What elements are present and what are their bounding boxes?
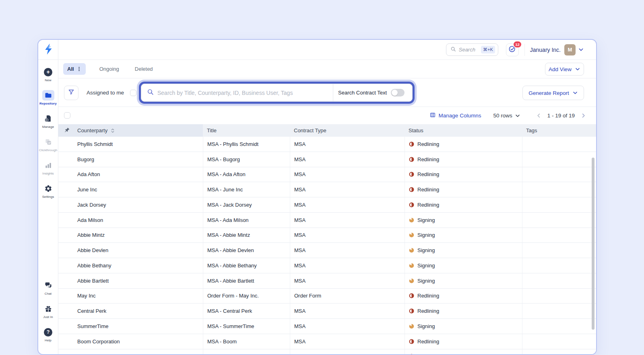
add-view-button[interactable]: Add View bbox=[545, 63, 584, 76]
sidebar-item-just-in[interactable]: Just In bbox=[38, 300, 58, 323]
app-logo[interactable] bbox=[38, 40, 58, 60]
sort-icon[interactable] bbox=[110, 128, 116, 133]
pin-column-header[interactable] bbox=[58, 124, 75, 137]
generate-report-button[interactable]: Generate Report bbox=[522, 86, 584, 100]
table-row[interactable]: Ada SchidorMSA - Ada SchidorMSARedlining bbox=[58, 349, 596, 355]
vertical-scrollbar[interactable] bbox=[592, 158, 594, 330]
sidebar-item-manage[interactable]: Manage bbox=[38, 109, 58, 133]
page-previous-button[interactable] bbox=[536, 113, 542, 119]
select-all-checkbox[interactable] bbox=[64, 112, 70, 119]
cell-title: MSA - Abbie Bartlett bbox=[203, 273, 290, 288]
tab-deleted[interactable]: Deleted bbox=[131, 63, 157, 75]
app-window: +NewRepositoryManageClickthroughInsights… bbox=[37, 39, 597, 355]
cell-pin bbox=[58, 289, 75, 304]
column-header-contract-type[interactable]: Contract Type bbox=[290, 124, 405, 137]
table-row[interactable]: Abbie BartlettMSA - Abbie BartlettMSASig… bbox=[58, 273, 596, 289]
status-label: Signing bbox=[417, 232, 435, 238]
generate-report-label: Generate Report bbox=[528, 90, 569, 96]
column-header-counterparty[interactable]: Counterparty bbox=[75, 124, 203, 137]
redlining-status-icon bbox=[409, 187, 414, 192]
table-row[interactable]: Jack DorseyMSA - Jack DorseyMSARedlining bbox=[58, 197, 596, 213]
table-row[interactable]: Abbie MintzMSA - Abbie MintzMSASigning bbox=[58, 228, 596, 243]
sidebar-item-chat[interactable]: Chat bbox=[38, 276, 58, 300]
contract-search-input[interactable] bbox=[157, 90, 333, 96]
table-row[interactable]: Abbie BethanyMSA - Abbie BethanyMSASigni… bbox=[58, 258, 596, 273]
cell-tags bbox=[522, 289, 596, 304]
cell-title: MSA - Bugorg bbox=[203, 152, 290, 167]
sidebar-item-repository[interactable]: Repository bbox=[38, 86, 58, 109]
table-controls: Manage Columns 50 rows 1 - 19 of 19 bbox=[58, 107, 596, 124]
cell-pin bbox=[58, 243, 75, 258]
kebab-menu-icon[interactable] bbox=[76, 66, 82, 72]
cell-contract-type: MSA bbox=[290, 319, 405, 334]
tab-label: All bbox=[67, 66, 74, 72]
column-header-tags[interactable]: Tags bbox=[522, 124, 596, 137]
status-label: Redlining bbox=[417, 171, 439, 177]
account-chevron-down-icon[interactable] bbox=[578, 47, 584, 53]
column-header-status[interactable]: Status bbox=[405, 124, 522, 137]
redlining-status-icon bbox=[409, 293, 414, 298]
table-row[interactable]: Abbie DevlenMSA - Abbie DevlenMSASigning bbox=[58, 243, 596, 258]
cell-counterparty: Ada Milson bbox=[75, 213, 203, 228]
page-next-button[interactable] bbox=[580, 113, 586, 119]
sidebar-item-clickthrough[interactable]: Clickthrough bbox=[38, 133, 58, 156]
cell-counterparty: Jack Dorsey bbox=[75, 197, 203, 212]
status-label: Redlining bbox=[417, 293, 439, 299]
cell-title: MSA - Ada Afton bbox=[203, 167, 290, 182]
cell-status: Redlining bbox=[405, 197, 522, 212]
table-header: Counterparty Title Contract Type Status … bbox=[58, 124, 596, 137]
avatar[interactable]: M bbox=[564, 44, 576, 55]
cell-tags bbox=[522, 273, 596, 288]
tasks-button[interactable]: 12 bbox=[506, 43, 519, 56]
sidebar-item-label: Clickthrough bbox=[39, 148, 58, 152]
cell-counterparty: Ada Schidor bbox=[75, 349, 203, 355]
table-row[interactable]: BugorgMSA - BugorgMSARedlining bbox=[58, 152, 596, 167]
table-row[interactable]: SummerTimeMSA - SummerTimeMSASigning bbox=[58, 319, 596, 334]
cell-tags bbox=[522, 243, 596, 258]
org-name[interactable]: January Inc. bbox=[530, 47, 561, 53]
cell-pin bbox=[58, 152, 75, 167]
table-row[interactable]: June IncMSA - June IncMSARedlining bbox=[58, 182, 596, 197]
status-label: Signing bbox=[417, 247, 435, 253]
bar-chart-icon bbox=[43, 160, 54, 170]
table-row[interactable]: Phyllis SchmidtMSA - Phyllis SchmidtMSAR… bbox=[58, 137, 596, 152]
manage-columns-button[interactable]: Manage Columns bbox=[429, 112, 481, 119]
assigned-to-me-checkbox[interactable] bbox=[130, 90, 136, 96]
cell-contract-type: MSA bbox=[290, 334, 405, 349]
tab-ongoing[interactable]: Ongoing bbox=[95, 63, 123, 75]
cell-title: MSA - Abbie Mintz bbox=[203, 228, 290, 243]
sidebar: +NewRepositoryManageClickthroughInsights… bbox=[38, 40, 58, 354]
cell-tags bbox=[522, 213, 596, 228]
signing-status-icon bbox=[409, 324, 414, 329]
pagination-range: 1 - 19 of 19 bbox=[547, 113, 575, 119]
sidebar-item-insights[interactable]: Insights bbox=[38, 156, 58, 179]
gift-icon bbox=[43, 304, 54, 314]
sidebar-item-new[interactable]: +New bbox=[38, 63, 58, 86]
filter-bar: Assigned to me Search Contract Text bbox=[58, 78, 596, 107]
table-row[interactable]: Ada MilsonMSA - Ada MilsonMSASigning bbox=[58, 213, 596, 228]
help-circle-icon: ? bbox=[43, 327, 54, 337]
column-header-title[interactable]: Title bbox=[203, 124, 290, 137]
table-row[interactable]: May IncOrder Form - May Inc.Order FormRe… bbox=[58, 289, 596, 304]
status-label: Redlining bbox=[417, 187, 439, 193]
table-row[interactable]: Boom CorporationMSA - BoomMSARedlining bbox=[58, 334, 596, 349]
rows-per-page-select[interactable]: 50 rows bbox=[493, 113, 520, 119]
tab-all[interactable]: All bbox=[63, 63, 86, 75]
sidebar-item-help[interactable]: ?Help bbox=[38, 323, 58, 346]
cell-status: Redlining bbox=[405, 152, 522, 167]
cell-status: Signing bbox=[405, 273, 522, 288]
table-row[interactable]: Central PerkMSA - Central PerkMSARedlini… bbox=[58, 304, 596, 319]
signing-status-icon bbox=[409, 248, 414, 253]
filter-button[interactable] bbox=[64, 86, 78, 100]
search-contract-text-toggle[interactable] bbox=[391, 89, 405, 96]
cell-status: Redlining bbox=[405, 137, 522, 152]
contract-search-field[interactable] bbox=[141, 84, 333, 101]
cell-pin bbox=[58, 334, 75, 349]
sidebar-item-settings[interactable]: Settings bbox=[38, 179, 58, 203]
cell-contract-type: MSA bbox=[290, 167, 405, 182]
cell-pin bbox=[58, 167, 75, 182]
redlining-status-icon bbox=[409, 339, 414, 344]
table-row[interactable]: Ada AftonMSA - Ada AftonMSARedlining bbox=[58, 167, 596, 183]
global-search-input[interactable]: Search ⌘+K bbox=[446, 43, 498, 56]
chevron-down-icon bbox=[575, 66, 580, 72]
